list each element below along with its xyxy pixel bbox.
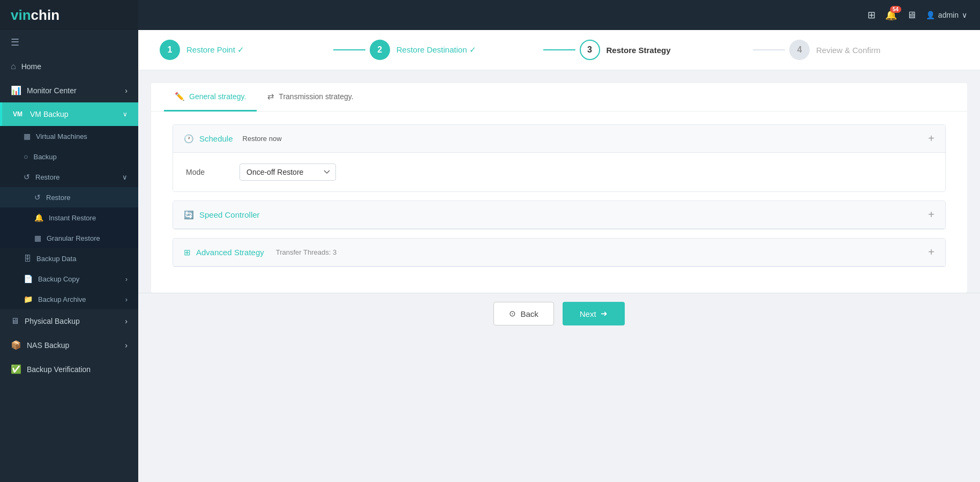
schedule-card-header[interactable]: 🕐 Schedule Restore now + <box>173 125 945 153</box>
active-indicator <box>0 102 2 126</box>
instant-restore-icon: 🔔 <box>34 213 43 222</box>
sidebar-item-backup[interactable]: ○ Backup <box>0 146 138 167</box>
sidebar-label-granular-restore: Granular Restore <box>47 234 100 242</box>
home-icon: ⌂ <box>11 62 16 71</box>
sidebar-label-home: Home <box>21 62 41 71</box>
speed-expand-icon[interactable]: + <box>928 209 934 221</box>
logo-prefix: vin <box>11 7 31 23</box>
sidebar-label-backup-verification: Backup Verification <box>27 365 91 374</box>
tab-bar: ✏️ General strategy. ⇄ Transmission stra… <box>151 83 967 112</box>
schedule-card-body: Mode Once-off Restore Scheduled Restore <box>173 153 945 191</box>
restore-subsub: ↺ Restore 🔔 Instant Restore ▦ Granular R… <box>0 187 138 248</box>
transfer-icon: ⇄ <box>267 92 274 101</box>
advanced-title: Advanced Strategy <box>196 248 264 257</box>
advanced-card-header[interactable]: ⊞ Advanced Strategy Transfer Threads: 3 … <box>173 239 945 266</box>
tab-general[interactable]: ✏️ General strategy. <box>164 83 257 112</box>
vm-icon: VM <box>11 109 25 119</box>
connector-3-4 <box>753 49 785 50</box>
sidebar-item-granular-restore[interactable]: ▦ Granular Restore <box>0 228 138 248</box>
sidebar-item-backup-verification[interactable]: ✅ Backup Verification <box>0 357 138 381</box>
verification-icon: ✅ <box>11 364 21 374</box>
clock-icon: 🕐 <box>184 134 194 144</box>
chevron-physical-icon: › <box>125 317 128 325</box>
speed-header-left: 🔄 Speed Controller <box>184 210 260 220</box>
sidebar-label-restore-parent: Restore <box>35 173 60 181</box>
sidebar-label-restore: Restore <box>46 194 71 202</box>
sidebar-item-physical-backup[interactable]: 🖥 Physical Backup › <box>0 309 138 333</box>
speed-card-header[interactable]: 🔄 Speed Controller + <box>173 201 945 229</box>
monitor-display-icon[interactable]: 🖥 <box>907 10 916 21</box>
sidebar-item-backup-archive[interactable]: 📁 Backup Archive › <box>0 289 138 309</box>
sidebar-item-backup-copy[interactable]: 📄 Backup Copy › <box>0 269 138 289</box>
sidebar-label-backup: Backup <box>33 153 56 161</box>
backup-icon: ○ <box>24 152 28 161</box>
advanced-expand-icon[interactable]: + <box>928 246 934 258</box>
sidebar-item-nas-backup[interactable]: 📦 NAS Backup › <box>0 333 138 357</box>
back-button[interactable]: ⊙ Back <box>493 302 553 325</box>
user-label: admin <box>938 11 959 19</box>
step-2: 2 Restore Destination ✓ <box>370 40 539 60</box>
tab-transmission-label: Transmission strategy. <box>279 92 353 101</box>
speed-icon: 🔄 <box>184 210 194 220</box>
tab-transmission[interactable]: ⇄ Transmission strategy. <box>257 83 364 112</box>
connector-2-3 <box>543 49 575 50</box>
back-circle-icon: ⊙ <box>509 309 516 318</box>
sidebar-item-backup-data[interactable]: 🗄 Backup Data <box>0 248 138 269</box>
backup-data-icon: 🗄 <box>24 254 31 263</box>
schedule-header-left: 🕐 Schedule Restore now <box>184 134 282 144</box>
footer: ⊙ Back Next ➜ <box>138 293 980 334</box>
sidebar-item-instant-restore[interactable]: 🔔 Instant Restore <box>0 207 138 228</box>
mode-row: Mode Once-off Restore Scheduled Restore <box>186 164 932 181</box>
sidebar-toggle[interactable]: ☰ <box>0 30 138 55</box>
pencil-icon: ✏️ <box>175 92 185 101</box>
step-1: 1 Restore Point ✓ <box>160 40 329 60</box>
advanced-icon: ⊞ <box>184 248 191 257</box>
sidebar-label-vm-backup: VM Backup <box>30 110 69 118</box>
sidebar-label-backup-archive: Backup Archive <box>38 295 86 303</box>
tab-general-label: General strategy. <box>189 92 246 101</box>
restore-parent-icon: ↺ <box>24 173 30 181</box>
sidebar-label-virtual-machines: Virtual Machines <box>36 132 87 140</box>
sidebar: vinchin ☰ ⌂ Home 📊 Monitor Center › VM V… <box>0 0 138 482</box>
sidebar-label-backup-copy: Backup Copy <box>38 275 79 283</box>
notification-bell[interactable]: 🔔 54 <box>885 9 897 21</box>
speed-controller-card: 🔄 Speed Controller + <box>173 201 946 229</box>
sidebar-item-vm-backup[interactable]: VM VM Backup ∨ <box>0 102 138 126</box>
sidebar-label-backup-data: Backup Data <box>36 255 76 263</box>
sidebar-label-physical-backup: Physical Backup <box>25 317 80 325</box>
mode-select[interactable]: Once-off Restore Scheduled Restore <box>240 164 336 181</box>
schedule-expand-icon[interactable]: + <box>928 132 934 145</box>
logo: vinchin <box>0 0 138 30</box>
next-label: Next <box>580 309 596 318</box>
next-button[interactable]: Next ➜ <box>563 302 625 325</box>
schedule-status: Restore now <box>243 135 282 143</box>
advanced-status: Transfer Threads: 3 <box>276 248 336 256</box>
nas-icon: 📦 <box>11 340 21 350</box>
restore-icon: ↺ <box>34 193 41 202</box>
main-content: ⊞ 🔔 54 🖥 👤 admin ∨ 1 Restore Point ✓ 2 R… <box>138 0 980 482</box>
sidebar-item-restore-parent[interactable]: ↺ Restore ∨ <box>0 167 138 187</box>
content-area: 1 Restore Point ✓ 2 Restore Destination … <box>138 30 980 482</box>
sidebar-item-virtual-machines[interactable]: ▦ Virtual Machines <box>0 126 138 146</box>
step-1-circle: 1 <box>160 40 180 60</box>
user-menu[interactable]: 👤 admin ∨ <box>926 11 967 19</box>
step-2-circle: 2 <box>370 40 390 60</box>
step-4: 4 Review & Confirm <box>789 40 959 60</box>
step-1-label: Restore Point ✓ <box>186 45 244 55</box>
back-label: Back <box>520 309 538 318</box>
step-4-label: Review & Confirm <box>816 46 880 55</box>
chevron-backup-copy-icon: › <box>125 275 128 283</box>
chevron-user-icon: ∨ <box>962 11 967 19</box>
sidebar-item-restore[interactable]: ↺ Restore <box>0 187 138 207</box>
notification-badge: 54 <box>890 6 901 13</box>
chevron-restore-icon: ∨ <box>122 173 128 181</box>
sidebar-item-home[interactable]: ⌂ Home <box>0 55 138 78</box>
step-3-circle: 3 <box>580 40 600 60</box>
chevron-backup-archive-icon: › <box>125 295 128 303</box>
grid-icon[interactable]: ⊞ <box>867 9 876 21</box>
sidebar-item-monitor[interactable]: 📊 Monitor Center › <box>0 78 138 102</box>
next-arrow-icon: ➜ <box>601 309 608 318</box>
chevron-right-icon: › <box>125 86 128 95</box>
backup-archive-icon: 📁 <box>24 295 33 303</box>
sidebar-label-instant-restore: Instant Restore <box>49 214 96 222</box>
